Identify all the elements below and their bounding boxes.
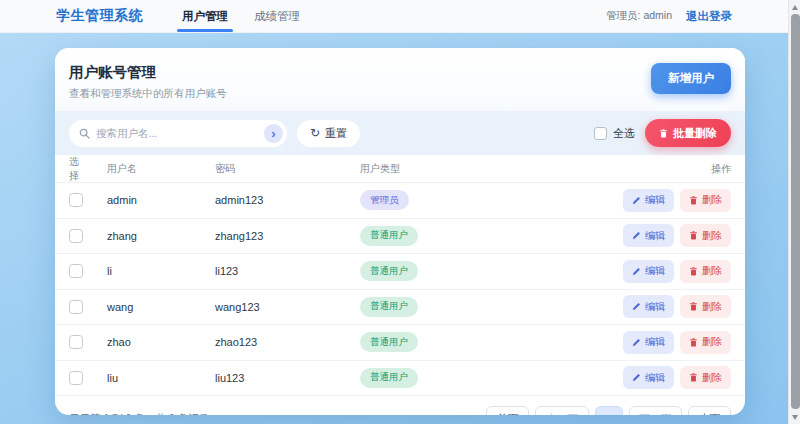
page-button-首页[interactable]: 首页	[486, 406, 529, 415]
delete-button[interactable]: 删除	[680, 366, 731, 389]
tab-label: 成绩管理	[254, 9, 300, 24]
table-row: liu liu123 普通用户 编辑	[55, 360, 745, 396]
batch-delete-button[interactable]: 批量删除	[645, 119, 731, 147]
trash-icon	[689, 231, 698, 240]
edit-button[interactable]: 编辑	[623, 224, 674, 247]
table-row: admin admin123 管理员 编辑	[55, 182, 745, 218]
nav-tabs: 用户管理 成绩管理	[169, 0, 313, 32]
app-title: 学生管理系统	[56, 7, 143, 25]
select-all-checkbox[interactable]	[594, 127, 607, 140]
delete-button[interactable]: 删除	[680, 260, 731, 283]
page-button-1[interactable]: 1	[595, 406, 623, 415]
edit-button[interactable]: 编辑	[623, 366, 674, 389]
delete-button[interactable]: 删除	[680, 224, 731, 247]
row-checkbox[interactable]	[69, 371, 83, 385]
edit-button[interactable]: 编辑	[623, 189, 674, 212]
select-all-label: 全选	[613, 126, 635, 141]
trash-icon	[689, 373, 698, 382]
table-row: li li123 普通用户 编辑	[55, 253, 745, 289]
password-cell: zhao123	[215, 336, 360, 348]
scrollbar-thumb[interactable]	[791, 14, 800, 409]
search-input[interactable]	[96, 127, 258, 139]
table-row: zhao zhao123 普通用户 编辑	[55, 324, 745, 360]
scroll-down-arrow[interactable]	[789, 410, 800, 424]
column-header-operations: 操作	[711, 162, 731, 176]
card-header-text: 用户账号管理 查看和管理系统中的所有用户账号	[69, 63, 227, 101]
edit-button[interactable]: 编辑	[623, 295, 674, 318]
tab-grade-management[interactable]: 成绩管理	[241, 0, 313, 32]
delete-button[interactable]: 删除	[680, 189, 731, 212]
toolbar: › ↻ 重置 全选 批量删除	[55, 111, 745, 155]
row-checkbox[interactable]	[69, 300, 83, 314]
select-all-control[interactable]: 全选	[594, 126, 635, 141]
edit-button[interactable]: 编辑	[623, 331, 674, 354]
row-actions: 编辑 删除	[623, 260, 731, 283]
reset-label: 重置	[325, 126, 347, 141]
user-type-badge: 普通用户	[360, 226, 418, 246]
topbar-right: 管理员: admin 退出登录	[606, 9, 732, 24]
column-header-password: 密码	[215, 162, 360, 176]
page-background: 学生管理系统 用户管理 成绩管理 管理员: admin 退出登录 用户账号管理 …	[0, 0, 800, 424]
delete-button[interactable]: 删除	[680, 295, 731, 318]
row-checkbox[interactable]	[69, 335, 83, 349]
card-header: 用户账号管理 查看和管理系统中的所有用户账号 新增用户	[55, 48, 745, 111]
page-button-上一页: 上一页	[535, 406, 589, 415]
row-actions: 编辑 删除	[623, 189, 731, 212]
vertical-scrollbar[interactable]	[788, 0, 800, 424]
page-button-末页[interactable]: 末页	[688, 406, 731, 415]
user-type-badge: 普通用户	[360, 261, 418, 281]
scroll-up-arrow[interactable]	[789, 0, 800, 14]
search-submit-button[interactable]: ›	[264, 124, 283, 143]
password-cell: wang123	[215, 301, 360, 313]
page-button-下一页: 下一页	[629, 406, 683, 415]
pencil-icon	[632, 302, 641, 311]
reset-button[interactable]: ↻ 重置	[297, 120, 360, 147]
table-body: admin admin123 管理员 编辑	[55, 182, 745, 395]
delete-button[interactable]: 删除	[680, 331, 731, 354]
current-user-label: 管理员: admin	[606, 9, 672, 23]
password-cell: zhang123	[215, 230, 360, 242]
pagination: 首页上一页1下一页末页	[486, 406, 731, 415]
tab-user-management[interactable]: 用户管理	[169, 0, 241, 32]
user-type-badge: 普通用户	[360, 297, 418, 317]
password-cell: li123	[215, 265, 360, 277]
trash-icon	[689, 302, 698, 311]
page-title: 用户账号管理	[69, 63, 227, 82]
table-row: wang wang123 普通用户 编辑	[55, 289, 745, 325]
row-checkbox[interactable]	[69, 229, 83, 243]
pencil-icon	[632, 231, 641, 240]
refresh-icon: ↻	[310, 127, 320, 139]
column-header-select: 选择	[69, 155, 81, 182]
edit-button[interactable]: 编辑	[623, 260, 674, 283]
trash-icon	[689, 196, 698, 205]
add-user-button[interactable]: 新增用户	[651, 63, 731, 94]
row-checkbox[interactable]	[69, 264, 83, 278]
logout-link[interactable]: 退出登录	[686, 9, 732, 24]
user-type-badge: 普通用户	[360, 368, 418, 388]
username-cell: li	[107, 265, 215, 277]
username-cell: wang	[107, 301, 215, 313]
row-actions: 编辑 删除	[623, 366, 731, 389]
username-cell: zhao	[107, 336, 215, 348]
search-box: ›	[69, 120, 287, 147]
table-header-row: 选择 用户名 密码 用户类型 操作	[55, 155, 745, 182]
table-row: zhang zhang123 普通用户 编辑	[55, 218, 745, 254]
password-cell: liu123	[215, 372, 360, 384]
pencil-icon	[632, 196, 641, 205]
row-checkbox[interactable]	[69, 193, 83, 207]
user-management-card: 用户账号管理 查看和管理系统中的所有用户账号 新增用户 › ↻ 重置 全	[55, 48, 745, 415]
trash-icon	[659, 129, 668, 138]
batch-delete-label: 批量删除	[673, 126, 717, 141]
search-icon	[79, 128, 90, 139]
pencil-icon	[632, 338, 641, 347]
tab-label: 用户管理	[182, 9, 228, 24]
row-actions: 编辑 删除	[623, 331, 731, 354]
trash-icon	[689, 267, 698, 276]
user-type-badge: 普通用户	[360, 332, 418, 352]
username-cell: zhang	[107, 230, 215, 242]
page-subtitle: 查看和管理系统中的所有用户账号	[69, 87, 227, 101]
username-cell: liu	[107, 372, 215, 384]
top-navbar: 学生管理系统 用户管理 成绩管理 管理员: admin 退出登录	[0, 0, 800, 33]
row-actions: 编辑 删除	[623, 295, 731, 318]
username-cell: admin	[107, 194, 215, 206]
